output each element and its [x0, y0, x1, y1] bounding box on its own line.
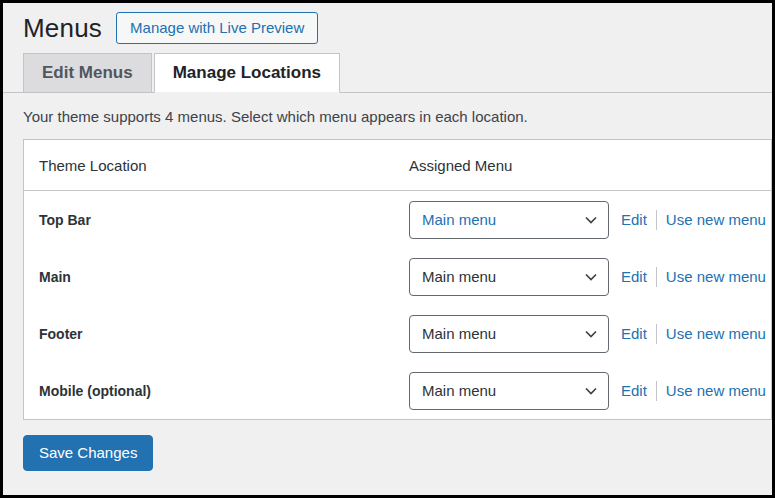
screenshot-frame: Menus Manage with Live Preview Edit Menu…: [0, 0, 775, 498]
link-divider: [656, 267, 657, 287]
link-divider: [656, 324, 657, 344]
table-row: Footer Main menu Edit Use new menu: [24, 305, 771, 362]
page-header: Menus Manage with Live Preview: [3, 3, 772, 45]
menu-locations-table: Theme Location Assigned Menu Top Bar Mai…: [23, 139, 772, 420]
table-header-row: Theme Location Assigned Menu: [24, 140, 771, 191]
theme-support-description: Your theme supports 4 menus. Select whic…: [23, 108, 752, 125]
edit-link[interactable]: Edit: [621, 325, 647, 342]
edit-link[interactable]: Edit: [621, 211, 647, 228]
theme-location-column-header: Theme Location: [39, 157, 409, 174]
use-new-menu-link[interactable]: Use new menu: [666, 382, 766, 399]
assigned-menu-select[interactable]: Main menu: [409, 201, 609, 239]
assigned-menu-select[interactable]: Main menu: [409, 315, 609, 353]
tab-manage-locations[interactable]: Manage Locations: [154, 53, 340, 93]
link-divider: [656, 210, 657, 230]
assigned-menu-select-wrap: Main menu: [409, 372, 609, 410]
table-row: Main Main menu Edit Use new menu: [24, 248, 771, 305]
theme-location-label: Top Bar: [39, 212, 409, 228]
assigned-menu-select[interactable]: Main menu: [409, 372, 609, 410]
edit-link[interactable]: Edit: [621, 382, 647, 399]
page-title: Menus: [23, 13, 102, 44]
assigned-menu-select-wrap: Main menu: [409, 258, 609, 296]
table-row: Mobile (optional) Main menu Edit Use new…: [24, 362, 771, 419]
assigned-menu-select-wrap: Main menu: [409, 201, 609, 239]
theme-location-label: Mobile (optional): [39, 383, 409, 399]
use-new-menu-link[interactable]: Use new menu: [666, 325, 766, 342]
theme-location-label: Footer: [39, 326, 409, 342]
manage-with-live-preview-button[interactable]: Manage with Live Preview: [116, 12, 318, 44]
use-new-menu-link[interactable]: Use new menu: [666, 268, 766, 285]
assigned-menu-select-wrap: Main menu: [409, 315, 609, 353]
table-row: Top Bar Main menu Edit Use new menu: [24, 191, 771, 248]
edit-link[interactable]: Edit: [621, 268, 647, 285]
tab-bar: Edit Menus Manage Locations: [3, 53, 772, 93]
tab-edit-menus[interactable]: Edit Menus: [23, 53, 152, 93]
save-changes-button[interactable]: Save Changes: [23, 435, 153, 471]
assigned-menu-select[interactable]: Main menu: [409, 258, 609, 296]
use-new-menu-link[interactable]: Use new menu: [666, 211, 766, 228]
link-divider: [656, 381, 657, 401]
theme-location-label: Main: [39, 269, 409, 285]
assigned-menu-column-header: Assigned Menu: [409, 157, 512, 174]
